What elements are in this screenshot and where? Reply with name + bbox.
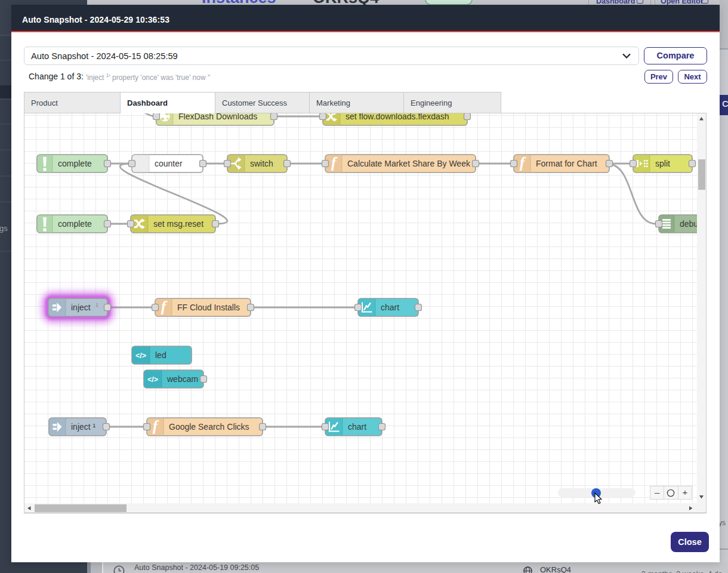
svg-text:split: split: [655, 159, 670, 168]
svg-text:complete: complete: [58, 219, 92, 229]
svg-text:Calculate Market Share By Week: Calculate Market Share By Week: [347, 159, 471, 168]
svg-text:inject ¹: inject ¹: [71, 422, 96, 432]
svg-text:FF Cloud Installs: FF Cloud Installs: [177, 303, 240, 312]
svg-text:</>: </>: [147, 375, 158, 384]
svg-text:set msg.reset: set msg.reset: [153, 219, 203, 229]
svg-text:debug: debug: [680, 219, 697, 229]
svg-text:set flow.downloads.flexdash: set flow.downloads.flexdash: [346, 113, 449, 121]
svg-text:complete: complete: [58, 159, 92, 168]
svg-text:inject: inject: [71, 303, 91, 312]
svg-text:chart: chart: [381, 303, 399, 312]
svg-text:chart: chart: [348, 422, 366, 432]
svg-text:Format for Chart: Format for Chart: [536, 159, 597, 168]
svg-text:1: 1: [95, 302, 98, 308]
svg-text:led: led: [155, 350, 166, 360]
svg-text:webcam: webcam: [166, 374, 198, 384]
svg-text:counter: counter: [155, 159, 183, 168]
svg-text:switch: switch: [250, 159, 273, 168]
svg-text:</>: </>: [135, 352, 146, 360]
svg-text:Google Search Clicks: Google Search Clicks: [169, 422, 249, 432]
svg-text:FlexDash Downloads: FlexDash Downloads: [178, 113, 257, 121]
